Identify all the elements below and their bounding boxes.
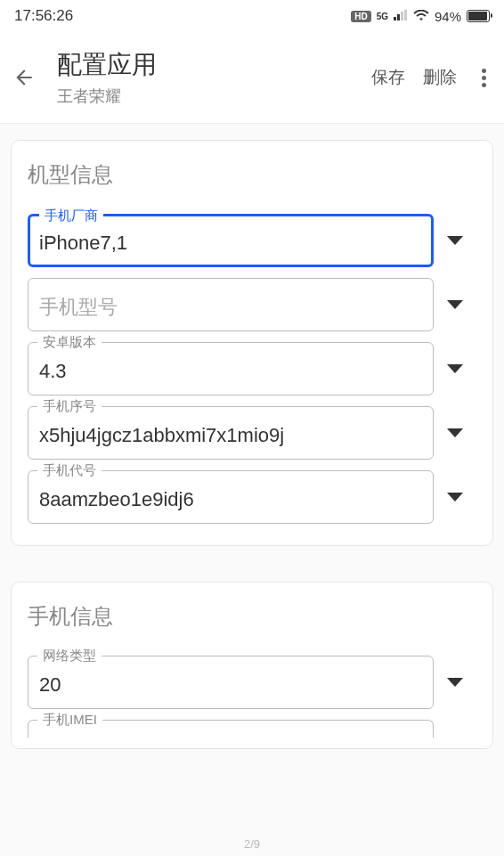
dropdown-model[interactable] <box>434 300 476 309</box>
chevron-down-icon <box>447 300 463 309</box>
chevron-down-icon <box>447 428 463 437</box>
field-value: 20 <box>39 673 422 697</box>
chevron-down-icon <box>447 364 463 373</box>
dropdown-network-type[interactable] <box>434 678 476 687</box>
field-value: 8aamzbeo1e9idj6 <box>39 488 422 511</box>
svg-rect-3 <box>404 10 407 20</box>
field-label: 网络类型 <box>37 648 102 664</box>
field-placeholder: 手机型号 <box>39 294 118 321</box>
battery-icon <box>467 10 490 22</box>
field-vendor[interactable]: 手机厂商 iPhone7,1 <box>28 214 434 267</box>
field-imei[interactable]: 手机IMEI <box>28 720 434 738</box>
field-serial[interactable]: 手机序号 x5hju4jgcz1abbxmi7x1mio9j <box>28 406 434 460</box>
field-label: 安卓版本 <box>37 334 102 351</box>
field-network-type[interactable]: 网络类型 20 <box>28 656 434 709</box>
chevron-down-icon <box>447 493 463 501</box>
field-row-vendor: 手机厂商 iPhone7,1 <box>28 214 476 267</box>
field-label: 手机厂商 <box>39 208 103 224</box>
svg-rect-0 <box>394 17 396 20</box>
field-row-network-type: 网络类型 20 <box>28 656 476 709</box>
svg-rect-1 <box>397 14 400 20</box>
content: 机型信息 手机厂商 iPhone7,1 手机型号 安卓版本 4.3 手机序号 <box>0 124 504 765</box>
card-title-phone: 手机信息 <box>28 602 476 631</box>
hd-badge: HD <box>351 11 370 22</box>
field-row-codename: 手机代号 8aamzbeo1e9idj6 <box>28 470 476 524</box>
field-android[interactable]: 安卓版本 4.3 <box>28 342 434 395</box>
save-button[interactable]: 保存 <box>371 66 405 89</box>
more-menu-button[interactable] <box>475 69 493 87</box>
field-value: 4.3 <box>39 360 422 383</box>
chevron-down-icon <box>447 236 463 245</box>
delete-button[interactable]: 删除 <box>423 66 457 89</box>
field-label: 手机IMEI <box>37 712 102 729</box>
field-model[interactable]: 手机型号 <box>28 278 434 331</box>
signal-icon <box>394 7 408 25</box>
dropdown-vendor[interactable] <box>434 236 476 245</box>
svg-rect-2 <box>401 12 403 20</box>
field-row-imei: 手机IMEI <box>28 720 476 738</box>
back-button[interactable] <box>11 66 37 89</box>
dropdown-codename[interactable] <box>434 493 476 501</box>
field-row-android: 安卓版本 4.3 <box>28 342 476 395</box>
status-bar: 17:56:26 HD 5G 94% <box>0 0 504 32</box>
battery-percent: 94% <box>435 9 461 24</box>
field-row-serial: 手机序号 x5hju4jgcz1abbxmi7x1mio9j <box>28 406 476 460</box>
card-title-device: 机型信息 <box>28 160 476 189</box>
field-value: iPhone7,1 <box>39 232 422 255</box>
status-right: HD 5G 94% <box>351 7 490 25</box>
header-title-block: 配置应用 王者荣耀 <box>57 48 371 107</box>
chevron-down-icon <box>447 678 463 687</box>
app-header: 配置应用 王者荣耀 保存 删除 <box>0 32 504 124</box>
field-label: 手机序号 <box>37 398 102 415</box>
status-time: 17:56:26 <box>14 7 73 25</box>
field-label: 手机代号 <box>37 462 102 479</box>
page-indicator: 2/9 <box>244 837 260 851</box>
field-codename[interactable]: 手机代号 8aamzbeo1e9idj6 <box>28 470 434 524</box>
wifi-icon <box>413 10 429 22</box>
device-info-card: 机型信息 手机厂商 iPhone7,1 手机型号 安卓版本 4.3 手机序号 <box>11 140 493 546</box>
field-value: x5hju4jgcz1abbxmi7x1mio9j <box>39 424 422 447</box>
dropdown-android[interactable] <box>434 364 476 373</box>
phone-info-card: 手机信息 网络类型 20 手机IMEI <box>11 582 493 749</box>
network-type: 5G <box>377 12 388 21</box>
field-row-model: 手机型号 <box>28 278 476 331</box>
page-title: 配置应用 <box>57 48 371 82</box>
dropdown-serial[interactable] <box>434 428 476 437</box>
page-subtitle: 王者荣耀 <box>57 86 371 107</box>
header-actions: 保存 删除 <box>371 66 493 89</box>
